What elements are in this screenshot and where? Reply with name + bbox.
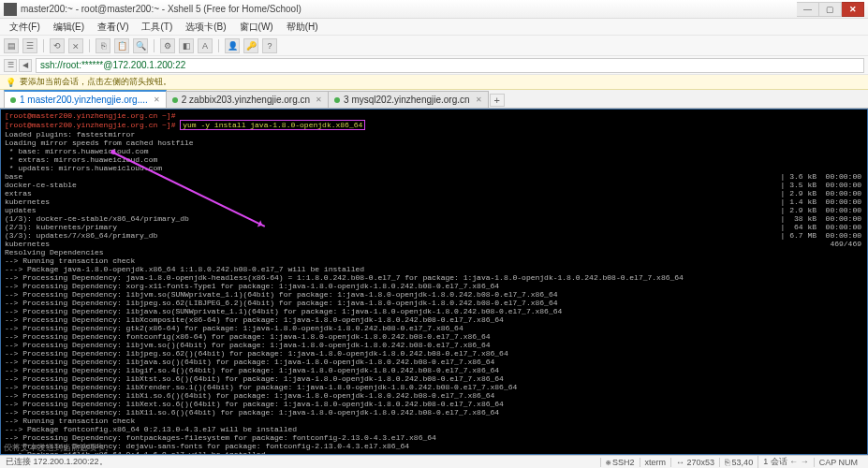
key-icon[interactable]: 🔑 — [243, 38, 258, 53]
reconnect-icon[interactable]: ⟲ — [50, 38, 65, 53]
status-dot-icon — [172, 97, 178, 103]
tab-2[interactable]: 2 zabbix203.yinzhengjie.org.cn✕ — [166, 91, 329, 108]
status-size: ↔ 270x53 — [670, 458, 719, 467]
separator — [218, 39, 219, 52]
menubar: 文件(F) 编辑(E) 查看(V) 工具(T) 选项卡(B) 窗口(W) 帮助(… — [0, 19, 868, 36]
menu-file[interactable]: 文件(F) — [4, 20, 46, 35]
separator — [43, 39, 44, 52]
color-icon[interactable]: ◧ — [179, 38, 194, 53]
status-dot-icon — [10, 97, 16, 103]
address-input[interactable] — [36, 58, 864, 73]
status-bar: 已连接 172.200.1.200:22。 ⎈ SSH2 xterm ↔ 270… — [0, 455, 868, 468]
prop-icon[interactable]: ⚙ — [160, 38, 175, 53]
menu-view[interactable]: 查看(V) — [92, 20, 134, 35]
info-text: 要添加当前会话，点击左侧的箭头按钮。 — [20, 76, 171, 88]
status-connection: 已连接 172.200.1.200:22。 — [6, 456, 108, 468]
status-term: xterm — [640, 458, 671, 467]
window-titlebar: master200:~ - root@master200:~ - Xshell … — [0, 0, 868, 19]
bulb-icon: 💡 — [6, 78, 16, 87]
new-tab-button[interactable]: + — [490, 94, 505, 107]
window-controls: — ▢ ✕ — [797, 2, 864, 17]
user-icon[interactable]: 👤 — [225, 38, 240, 53]
back-icon[interactable]: ◀ — [19, 59, 32, 72]
status-pos: ⎘ 53,40 — [719, 458, 758, 467]
status-caps: CAP NUM — [814, 458, 862, 467]
close-button[interactable]: ✕ — [842, 2, 864, 17]
menu-help[interactable]: 帮助(H) — [281, 20, 324, 35]
copy-icon[interactable]: ⎘ — [96, 38, 110, 53]
menu-edit[interactable]: 编辑(E) — [48, 20, 90, 35]
status-sessions: 1 会话 ← → — [758, 456, 814, 468]
close-icon[interactable]: ✕ — [476, 95, 482, 104]
menu-tools[interactable]: 工具(T) — [136, 20, 178, 35]
open-icon[interactable]: ☰ — [22, 38, 37, 53]
tab-label: 2 zabbix203.yinzhengjie.org.cn — [182, 95, 310, 105]
font-icon[interactable]: A — [198, 38, 213, 53]
address-bar: ☰ ◀ — [0, 56, 868, 75]
tab-label: 3 mysql202.yinzhengjie.org.cn — [344, 95, 470, 105]
toolbar: ▤ ☰ ⟲ ⨯ ⎘ 📋 🔍 ⚙ ◧ A 👤 🔑 ? — [0, 36, 868, 56]
separator — [89, 39, 90, 52]
menu-window[interactable]: 窗口(W) — [234, 20, 279, 35]
tab-label: 1 master200.yinzhengjie.org.... — [20, 95, 148, 105]
terminal-output[interactable]: [root@master200.yinzhengjie.org.cn ~]# [… — [0, 109, 868, 455]
tab-3[interactable]: 3 mysql202.yinzhengjie.org.cn✕ — [328, 91, 489, 108]
search-icon[interactable]: 🔍 — [133, 38, 148, 53]
disconnect-icon[interactable]: ⨯ — [68, 38, 83, 53]
close-icon[interactable]: ✕ — [154, 95, 160, 104]
tab-strip: 1 master200.yinzhengjie.org....✕ 2 zabbi… — [0, 90, 868, 109]
menu-tab[interactable]: 选项卡(B) — [180, 20, 231, 35]
window-title: master200:~ - root@master200:~ - Xshell … — [21, 4, 797, 14]
minimize-button[interactable]: — — [797, 2, 819, 17]
paste-icon[interactable]: 📋 — [114, 38, 129, 53]
help-icon[interactable]: ? — [262, 38, 277, 53]
compose-tip: 仅将文本发送到当前选项卡。 — [4, 442, 113, 454]
status-dot-icon — [334, 97, 340, 103]
maximize-button[interactable]: ▢ — [819, 2, 842, 17]
status-ssh: ⎈ SSH2 — [600, 458, 640, 467]
new-session-icon[interactable]: ▤ — [4, 38, 19, 53]
close-icon[interactable]: ✕ — [316, 95, 322, 104]
sessions-icon[interactable]: ☰ — [4, 59, 17, 72]
app-icon — [4, 3, 17, 16]
separator — [154, 39, 154, 52]
info-bar: 💡 要添加当前会话，点击左侧的箭头按钮。 — [0, 75, 868, 90]
tab-1[interactable]: 1 master200.yinzhengjie.org....✕ — [4, 90, 167, 108]
